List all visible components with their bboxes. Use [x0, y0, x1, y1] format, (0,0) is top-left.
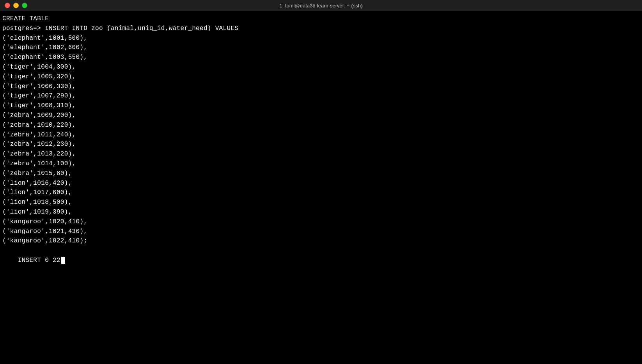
terminal-line-19: ('lion',1017,600),: [2, 188, 640, 198]
terminal-line-17: ('zebra',1015,80),: [2, 169, 640, 178]
terminal-line-9: ('tiger',1007,290),: [2, 91, 640, 101]
terminal-line-18: ('lion',1016,420),: [2, 178, 640, 188]
terminal-line-4: ('elephant',1002,600),: [2, 43, 640, 53]
terminal-line-2: postgres=> INSERT INTO zoo (animal,uniq_…: [2, 24, 640, 34]
terminal-prompt: INSERT 0 22: [18, 257, 60, 264]
maximize-button[interactable]: [22, 3, 27, 8]
minimize-button[interactable]: [13, 3, 19, 8]
terminal-line-1: CREATE TABLE: [2, 14, 640, 24]
close-button[interactable]: [5, 3, 10, 8]
terminal-line-22: ('kangaroo',1020,410),: [2, 217, 640, 227]
terminal-line-23: ('kangaroo',1021,430),: [2, 227, 640, 237]
window-title: 1. tomi@data36-learn-server: ~ (ssh): [280, 3, 363, 9]
terminal-line-3: ('elephant',1001,500),: [2, 34, 640, 43]
terminal-line-12: ('zebra',1010,220),: [2, 120, 640, 130]
terminal-line-13: ('zebra',1011,240),: [2, 130, 640, 140]
terminal[interactable]: CREATE TABLE postgres=> INSERT INTO zoo …: [0, 11, 642, 364]
terminal-line-20: ('lion',1018,500),: [2, 198, 640, 207]
terminal-line-11: ('zebra',1009,200),: [2, 111, 640, 120]
terminal-line-8: ('tiger',1006,330),: [2, 82, 640, 92]
terminal-line-6: ('tiger',1004,300),: [2, 62, 640, 72]
terminal-line-5: ('elephant',1003,550),: [2, 53, 640, 62]
title-bar: 1. tomi@data36-learn-server: ~ (ssh): [0, 0, 642, 11]
terminal-line-14: ('zebra',1012,230),: [2, 140, 640, 149]
terminal-line-15: ('zebra',1013,220),: [2, 149, 640, 159]
cursor: [61, 257, 65, 264]
terminal-line-10: ('tiger',1008,310),: [2, 101, 640, 111]
terminal-prompt-line[interactable]: INSERT 0 22: [2, 246, 640, 275]
terminal-line-21: ('lion',1019,390),: [2, 207, 640, 217]
traffic-lights: [5, 3, 27, 8]
terminal-line-16: ('zebra',1014,100),: [2, 159, 640, 169]
terminal-line-24: ('kangaroo',1022,410);: [2, 236, 640, 246]
terminal-line-7: ('tiger',1005,320),: [2, 72, 640, 82]
